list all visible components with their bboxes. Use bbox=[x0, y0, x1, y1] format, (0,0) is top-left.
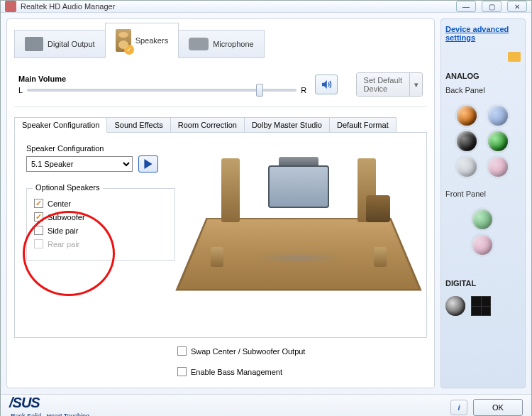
check-label: Center bbox=[48, 199, 71, 208]
check-label: Enable Bass Management bbox=[191, 368, 282, 376]
jack-front-hp[interactable] bbox=[472, 209, 492, 229]
set-default-label: Set Default Device bbox=[357, 73, 409, 96]
side-right-speaker-icon[interactable] bbox=[374, 247, 387, 267]
main-volume-slider[interactable]: L R bbox=[18, 86, 306, 94]
back-panel-jacks bbox=[445, 106, 521, 177]
speaker-icon bbox=[5, 1, 16, 12]
set-default-device[interactable]: Set Default Device ▾ bbox=[356, 72, 423, 97]
checkbox[interactable] bbox=[177, 346, 187, 356]
checkbox bbox=[34, 239, 43, 248]
subwoofer-icon[interactable] bbox=[366, 195, 390, 222]
check-label: Subwoofer bbox=[48, 213, 85, 221]
speaker-config-select[interactable]: 5.1 Speaker bbox=[26, 156, 133, 172]
footer: /SUS Rock Solid · Heart Touching i OK bbox=[1, 394, 531, 416]
tab-label: Microphone bbox=[213, 40, 253, 48]
check-label: Rear pair bbox=[48, 240, 79, 248]
subtab-speaker-config[interactable]: Speaker Configuration bbox=[14, 117, 107, 133]
check-side-pair[interactable]: Side pair bbox=[34, 226, 167, 235]
optional-speakers-legend: Optional Speakers bbox=[33, 183, 103, 192]
main-panel: Digital Output ✓ Speakers Microphone Mai… bbox=[6, 18, 435, 388]
checkbox[interactable] bbox=[34, 212, 43, 221]
device-tabs: Digital Output ✓ Speakers Microphone bbox=[14, 18, 427, 58]
check-swap-center-sub[interactable]: Swap Center / Subwoofer Output bbox=[177, 346, 427, 356]
hdmi-out-icon[interactable] bbox=[471, 296, 491, 316]
tab-digital-output[interactable]: Digital Output bbox=[14, 30, 106, 58]
back-panel-label: Back Panel bbox=[445, 86, 521, 94]
check-bass-management[interactable]: Enable Bass Management bbox=[177, 367, 427, 376]
test-play-button[interactable] bbox=[138, 155, 158, 173]
main-volume-row: Main Volume L R Set Default Device ▾ bbox=[14, 72, 427, 107]
analog-label: ANALOG bbox=[445, 72, 521, 80]
microphone-icon bbox=[189, 38, 209, 50]
front-panel-jacks bbox=[445, 209, 521, 255]
R-label: R bbox=[301, 86, 306, 94]
checkbox[interactable] bbox=[177, 367, 187, 376]
window-title: Realtek HD Audio Manager bbox=[21, 2, 115, 11]
checkbox[interactable] bbox=[34, 199, 43, 208]
jack-rear[interactable] bbox=[457, 131, 477, 151]
info-button[interactable]: i bbox=[450, 400, 467, 415]
speaker-config-label: Speaker Configuration bbox=[26, 144, 175, 153]
jack-front[interactable] bbox=[488, 131, 508, 151]
subtab-dolby[interactable]: Dolby Master Studio bbox=[244, 117, 330, 133]
titlebar: Realtek HD Audio Manager — ▢ ✕ bbox=[1, 1, 531, 13]
tab-microphone[interactable]: Microphone bbox=[178, 30, 264, 58]
jack-line-in[interactable] bbox=[488, 106, 508, 126]
tv-icon bbox=[268, 165, 329, 208]
default-check-badge: ✓ bbox=[124, 45, 134, 55]
check-center[interactable]: Center bbox=[34, 199, 167, 208]
subtab-room-correction[interactable]: Room Correction bbox=[170, 117, 245, 133]
jack-side[interactable] bbox=[457, 157, 477, 177]
subtab-default-format[interactable]: Default Format bbox=[329, 117, 397, 133]
optional-speakers-group: Optional Speakers Center Subwoofer Side … bbox=[26, 188, 175, 261]
sound-icon bbox=[320, 78, 333, 91]
check-label: Side pair bbox=[48, 226, 78, 235]
jack-center-sub[interactable] bbox=[457, 106, 477, 126]
folder-icon[interactable] bbox=[508, 52, 521, 62]
slider-track[interactable] bbox=[27, 89, 297, 92]
ok-button[interactable]: OK bbox=[473, 399, 523, 416]
config-column: Speaker Configuration 5.1 Speaker Option… bbox=[26, 144, 175, 326]
tab-label: Digital Output bbox=[48, 40, 95, 48]
checkbox[interactable] bbox=[34, 226, 43, 235]
chevron-down-icon[interactable]: ▾ bbox=[409, 73, 422, 96]
window-body: Digital Output ✓ Speakers Microphone Mai… bbox=[1, 13, 531, 394]
digital-connectors bbox=[445, 296, 521, 316]
check-subwoofer[interactable]: Subwoofer bbox=[34, 212, 167, 221]
sub-tabs: Speaker Configuration Sound Effects Room… bbox=[14, 117, 427, 133]
connector-panel: Device advanced settings ANALOG Back Pan… bbox=[440, 18, 526, 388]
speaker-config-panel: Speaker Configuration 5.1 Speaker Option… bbox=[14, 132, 427, 338]
device-advanced-settings-link[interactable]: Device advanced settings bbox=[445, 25, 521, 42]
side-left-speaker-icon[interactable] bbox=[211, 247, 223, 267]
front-panel-label: Front Panel bbox=[445, 190, 521, 198]
tab-speakers[interactable]: ✓ Speakers bbox=[105, 23, 179, 58]
L-label: L bbox=[18, 86, 23, 94]
under-illustration-checks: Swap Center / Subwoofer Output Enable Ba… bbox=[177, 342, 427, 381]
asus-tagline: Rock Solid · Heart Touching bbox=[11, 412, 89, 416]
minimize-button[interactable]: — bbox=[456, 1, 476, 12]
front-left-speaker-icon[interactable] bbox=[221, 158, 240, 222]
subtab-sound-effects[interactable]: Sound Effects bbox=[106, 117, 170, 133]
close-button[interactable]: ✕ bbox=[507, 1, 527, 12]
optical-out-icon[interactable] bbox=[445, 296, 465, 316]
check-label: Swap Center / Subwoofer Output bbox=[191, 347, 305, 356]
speakers-icon: ✓ bbox=[116, 29, 131, 52]
window-controls: — ▢ ✕ bbox=[456, 1, 527, 12]
jack-front-mic[interactable] bbox=[472, 235, 492, 255]
mute-button[interactable] bbox=[315, 75, 338, 94]
speaker-layout-illustration bbox=[182, 144, 415, 326]
main-volume-label: Main Volume bbox=[18, 75, 306, 83]
check-rear-pair: Rear pair bbox=[34, 239, 167, 248]
amplifier-icon bbox=[25, 37, 43, 51]
slider-thumb[interactable] bbox=[256, 84, 263, 97]
asus-logo: /SUS bbox=[9, 395, 40, 410]
tab-label: Speakers bbox=[135, 36, 168, 45]
maximize-button[interactable]: ▢ bbox=[482, 1, 501, 12]
play-icon bbox=[143, 159, 153, 169]
digital-label: DIGITAL bbox=[445, 279, 521, 288]
jack-mic[interactable] bbox=[488, 157, 508, 177]
app-window: Realtek HD Audio Manager — ▢ ✕ Digital O… bbox=[0, 0, 532, 416]
